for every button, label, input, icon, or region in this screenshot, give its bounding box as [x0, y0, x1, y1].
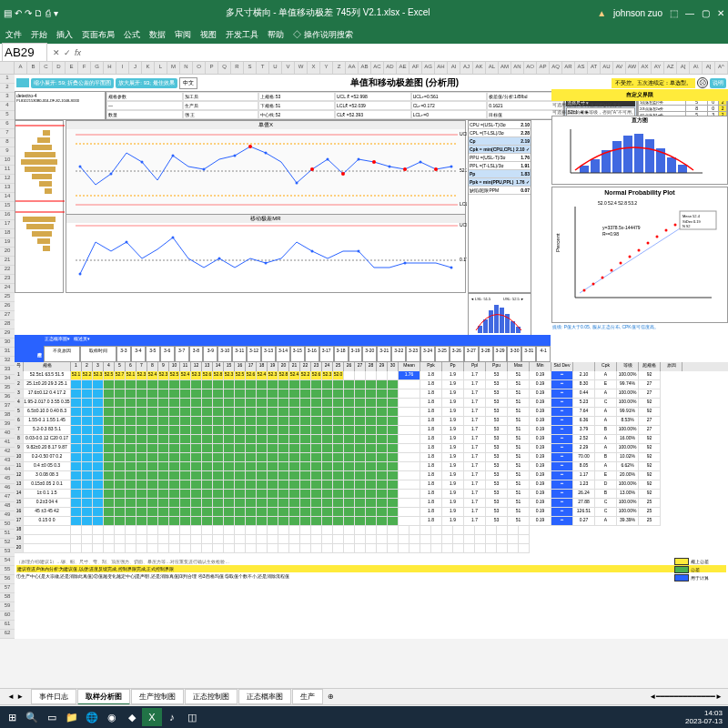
add-sheet-icon[interactable]: ⊕	[324, 693, 338, 701]
svg-point-33	[420, 161, 422, 164]
svg-rect-4	[21, 159, 57, 165]
info-button[interactable]: 说明	[710, 78, 726, 88]
svg-point-49	[218, 258, 221, 260]
data-table[interactable]: 号规格1234567891011121314151617181920212223…	[15, 362, 728, 553]
svg-point-94	[674, 224, 677, 227]
svg-point-87	[611, 269, 613, 272]
svg-text:52.0  52.4  52.8  53.2: 52.0 52.4 52.8 53.2	[598, 200, 637, 206]
taskbar[interactable]: ⊞ 🔍 ▭ 📁 🌐 ◉ ◆ X ♪ ◫ 14:032023-07-13	[0, 706, 728, 728]
qat[interactable]: ▤ ↶ ↷ 🗋 ⎙ ▾	[4, 8, 58, 18]
svg-text:Percent: Percent	[555, 233, 561, 252]
sad-face-icon: ☹	[697, 77, 708, 88]
svg-text:0.172: 0.172	[460, 257, 467, 262]
cancel-icon[interactable]: ✕	[53, 48, 60, 57]
tab-prod-ctrl[interactable]: 生产控制图	[131, 689, 184, 704]
svg-rect-1	[37, 137, 50, 143]
name-box[interactable]	[2, 43, 47, 62]
svg-point-92	[656, 236, 659, 238]
tab-dev[interactable]: 开发工具	[226, 29, 258, 41]
side-histogram	[15, 120, 64, 293]
zoom-out-button[interactable]: 缩小展开: 59; 折叠公差的平面图	[31, 78, 114, 88]
tab-norm-ctrl[interactable]: 正态控制图	[185, 689, 238, 704]
mini-histogram: ◄ LSL: 51.5USL: 52.5 ►	[468, 293, 531, 337]
music-icon[interactable]: ♪	[162, 708, 182, 726]
svg-point-26	[203, 168, 206, 171]
search-icon[interactable]: 🔍	[22, 708, 42, 726]
svg-rect-2	[32, 145, 52, 150]
svg-rect-67	[580, 166, 589, 173]
tab-help[interactable]: 帮助	[268, 29, 284, 41]
svg-rect-12	[26, 224, 54, 229]
tab-formula[interactable]: 公式	[124, 29, 140, 41]
sheet-tabs[interactable]: ◄ ► 事件日志 取样分析图 生产控制图 正态控制图 正态概率图 生产 ⊕ ◄━…	[0, 688, 728, 704]
svg-rect-70	[612, 141, 622, 173]
svg-text:y=3378.5x-144479: y=3378.5x-144479	[602, 225, 641, 230]
svg-point-84	[583, 289, 586, 292]
dingtalk-icon[interactable]: ◆	[122, 708, 142, 726]
taskview-icon[interactable]: ▭	[42, 708, 62, 726]
svg-point-54	[450, 267, 453, 269]
clock[interactable]: 14:032023-07-13	[685, 709, 726, 725]
svg-point-23	[110, 173, 113, 176]
tab-prod[interactable]: 生产	[292, 689, 323, 704]
svg-rect-73	[645, 139, 654, 173]
svg-point-91	[647, 242, 650, 245]
confirm-icon[interactable]: ✓	[64, 48, 71, 57]
svg-point-51	[311, 250, 314, 253]
fx-icon[interactable]: fx	[75, 48, 81, 57]
svg-point-31	[358, 158, 360, 161]
excel-icon[interactable]: X	[142, 708, 162, 726]
svg-point-25	[172, 155, 175, 157]
svg-point-30	[327, 158, 329, 161]
svg-rect-62	[494, 305, 499, 333]
svg-point-50	[265, 262, 268, 265]
spec-grid: 规格参数加工后 上规格:53 UCL x̄ =52.998 UCLᵣ =0.56…	[106, 91, 564, 120]
svg-point-47	[126, 241, 128, 244]
app-icon[interactable]: ◫	[182, 708, 202, 726]
tab-view[interactable]: 视图	[200, 29, 217, 41]
tab-log[interactable]: 事件日志	[31, 689, 76, 704]
ribbon-tabs[interactable]: 文件 开始 插入 页面布局 公式 数据 审阅 视图 开发工具 帮助 ◇ 操作说明…	[0, 25, 728, 44]
tab-npp[interactable]: 正态概率图	[238, 689, 291, 704]
svg-text:Mean 52.4: Mean 52.4	[682, 214, 701, 218]
normal-probability-plot: Normal Probability Plot Percent 52.0 52.…	[551, 187, 728, 323]
report-title: 单值和移动极差图 (分析用)	[199, 76, 610, 89]
svg-point-46	[79, 273, 82, 276]
tab-file[interactable]: 文件	[5, 29, 22, 41]
status-warning: 不受控。五次连续定：单选型。	[612, 78, 695, 88]
svg-point-89	[629, 256, 632, 258]
maximize-icon[interactable]: ▢	[702, 8, 710, 18]
tell-me[interactable]: ◇ 操作说明搜索	[293, 29, 353, 41]
npp-footer: 提级: P值大于0.05, 服从正态分布, CPK值可信度高。	[551, 323, 728, 330]
ribbon-toggle-icon[interactable]: ⬚	[670, 8, 678, 18]
tab-analysis[interactable]: 取样分析图	[77, 689, 130, 705]
chrome-icon[interactable]: ◉	[102, 708, 122, 726]
start-icon[interactable]: ⊞	[2, 708, 22, 726]
std-legend[interactable]: 正态概率图▾概述页▾	[44, 335, 551, 346]
control-charts: 单值X UCL=52.99852.39LCL=52.039 移动极差MR	[66, 120, 466, 293]
language-select[interactable]: 中文	[179, 77, 197, 89]
svg-rect-68	[591, 159, 600, 173]
svg-rect-63	[500, 308, 504, 333]
zoom-in-button[interactable]: 放大展开: 93; 最佳效果	[116, 78, 177, 88]
footer-notes: （原理介绍/建议1）…铆、帽、尺寸、弯、刮、顶压强力、切面、暴压力等…对应重复进…	[15, 557, 728, 581]
tab-review[interactable]: 审阅	[175, 29, 191, 41]
svg-point-52	[358, 250, 360, 253]
svg-rect-0	[43, 130, 50, 136]
minimize-icon[interactable]: —	[685, 8, 694, 18]
part-info: detectro-4 PL81021530B0-004-DF-82-1048-S…	[15, 91, 106, 120]
tab-layout[interactable]: 页面布局	[82, 29, 115, 41]
row-headers[interactable]: for(let i=1;i<63;i++)document.write('<di…	[0, 75, 15, 639]
edge-icon[interactable]: 🌐	[82, 708, 102, 726]
svg-rect-8	[45, 188, 52, 194]
tab-insert[interactable]: 插入	[56, 29, 73, 41]
tab-home[interactable]: 开始	[31, 29, 47, 41]
explorer-icon[interactable]: 📁	[62, 708, 82, 726]
svg-point-93	[665, 229, 668, 232]
tab-data[interactable]: 数据	[149, 29, 166, 41]
capability-stats: CPU =(USL-T)/3σ2.10CPL =(T-LSL)/3σ2.28Cp…	[468, 120, 531, 293]
column-headers[interactable]: for(let i=0;i<56;i++)document.write('<di…	[0, 62, 728, 75]
close-icon[interactable]: ✕	[717, 8, 724, 18]
user-name[interactable]: johnson zuo	[613, 8, 662, 18]
svg-rect-61	[489, 310, 493, 333]
